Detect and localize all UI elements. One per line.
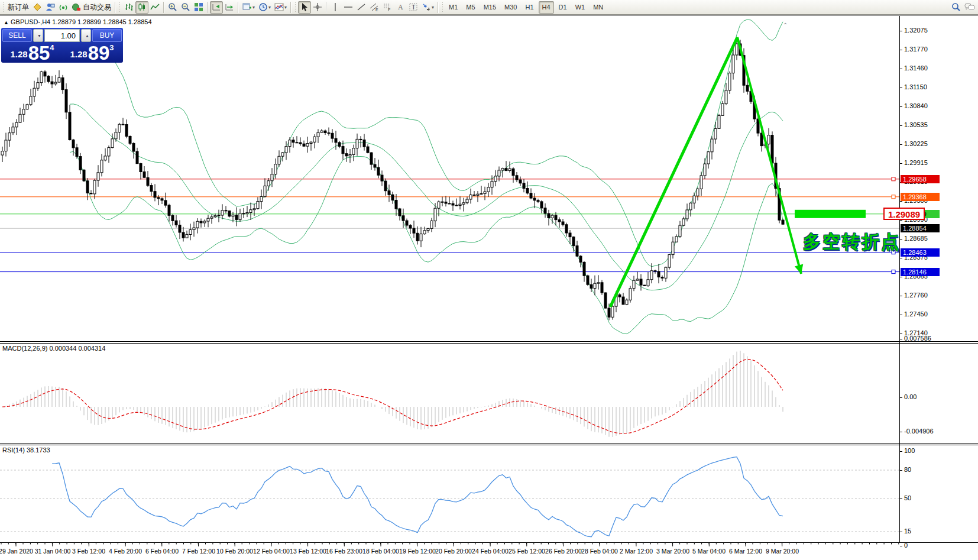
tile-windows-icon[interactable]	[192, 1, 205, 14]
time-axis-label: 3 Mar 20:00	[656, 548, 689, 555]
svg-text:E: E	[375, 8, 378, 12]
time-axis-label: 3 Feb 12:00	[72, 548, 105, 555]
text-icon[interactable]: A	[394, 1, 407, 14]
channel-icon[interactable]: E	[368, 1, 381, 14]
timeframe-H1[interactable]: H1	[522, 1, 537, 14]
macd-axis-label: 0.007586	[904, 335, 931, 342]
price-line-badge: 1.28146	[901, 268, 940, 276]
chevron-down-icon: ▾	[432, 5, 434, 10]
buy-price[interactable]: 1.28 89 3	[62, 43, 122, 61]
pane-splitter[interactable]	[0, 443, 978, 445]
cursor-icon[interactable]	[298, 1, 311, 14]
toolbar-separator	[238, 2, 239, 13]
rsi-axis-label: 15	[904, 527, 911, 535]
symbol-info: ▲ GBPUSD-,H4 1.28879 1.28899 1.28845 1.2…	[4, 18, 152, 25]
price-axis-label: 1.27760	[904, 292, 928, 299]
timeframe-group: M1M5M15M30H1H4D1W1MN	[445, 1, 607, 14]
auto-scroll-icon[interactable]	[210, 1, 223, 14]
sell-price[interactable]: 1.28 85 4	[2, 43, 62, 61]
fibonacci-icon[interactable]: F	[381, 1, 394, 14]
price-line-badge: 1.29368	[901, 193, 940, 201]
price-callout-label[interactable]: 1.29089	[883, 208, 925, 220]
buy-price-prefix: 1.28	[70, 49, 87, 59]
indicators-button[interactable]: ▾	[273, 1, 289, 14]
rsi-axis-label: 80	[904, 466, 911, 473]
price-line-badge: 1.28463	[901, 248, 940, 257]
time-axis-ticks	[0, 543, 899, 548]
sell-button[interactable]: SELL	[2, 29, 32, 42]
plot-region[interactable]	[0, 16, 899, 560]
price-axis-label: 1.31770	[904, 46, 928, 53]
timeframe-H4[interactable]: H4	[539, 1, 554, 14]
new-chart-icon	[242, 2, 252, 12]
vertical-line-icon[interactable]	[329, 1, 342, 14]
macd-pane[interactable]	[0, 344, 899, 443]
metaquotes-icon[interactable]	[31, 1, 44, 14]
price-axis-label: 1.27450	[904, 310, 928, 318]
buy-button[interactable]: BUY	[92, 29, 122, 42]
new-order-button[interactable]: 新订单	[6, 1, 31, 14]
macd-axis-label: -0.004906	[904, 428, 934, 435]
time-axis-label: 2 Mar 12:00	[620, 548, 653, 555]
main-price-chart[interactable]	[0, 16, 899, 341]
crosshair-icon[interactable]	[311, 1, 324, 14]
rsi-axis-label: 50	[904, 494, 911, 501]
zoom-out-icon[interactable]	[179, 1, 192, 14]
toolbar-separator	[207, 2, 208, 13]
time-axis-label: 7 Feb 12:00	[182, 548, 215, 555]
time-axis-label: 19 Feb 12:00	[399, 548, 436, 555]
trendline-icon[interactable]	[355, 1, 368, 14]
symbol-name: GBPUSD-,H4	[11, 18, 50, 25]
pane-splitter[interactable]	[0, 341, 978, 344]
profiles-clock-button[interactable]: ▾	[257, 1, 273, 14]
chart-area: ▲ GBPUSD-,H4 1.28879 1.28899 1.28845 1.2…	[0, 15, 978, 560]
time-axis-label: 31 Jan 04:00	[35, 548, 71, 555]
time-axis-label: 16 Feb 23:00	[326, 548, 362, 555]
rsi-pane[interactable]	[0, 445, 899, 542]
time-axis-label: 5 Mar 04:00	[692, 548, 726, 555]
timeframe-M30[interactable]: M30	[501, 1, 520, 14]
candlestick-chart-icon[interactable]	[135, 1, 148, 14]
symbol-quotes: 1.28879 1.28899 1.28845 1.28854	[52, 18, 151, 25]
price-axis-label: 1.32075	[904, 27, 928, 34]
volume-down-button[interactable]: ▼	[33, 29, 43, 42]
autotrade-icon	[72, 2, 81, 12]
toolbar-grip	[442, 2, 444, 12]
volume-up-button[interactable]: ▲	[81, 29, 91, 42]
chevron-down-icon: ▾	[284, 5, 287, 10]
search-icon[interactable]	[950, 1, 963, 14]
price-axis-label: 1.31460	[904, 64, 928, 72]
price-axis-label: 1.30840	[904, 102, 928, 109]
time-axis-label: 10 Feb 20:00	[216, 548, 253, 555]
arrows-button[interactable]: ▾	[420, 1, 436, 14]
turning-point-annotation[interactable]: 多空转折点	[803, 230, 901, 254]
price-axis[interactable]: 1.320751.317701.314601.311501.308401.305…	[899, 16, 978, 542]
price-axis-label: 1.31150	[904, 83, 927, 90]
price-line-badge: 1.29658	[901, 175, 940, 183]
new-chart-button[interactable]: ▾	[241, 1, 257, 14]
chevron-down-icon: ▾	[252, 5, 255, 10]
chat-icon[interactable]	[963, 1, 977, 14]
timeframe-M15[interactable]: M15	[480, 1, 500, 14]
line-chart-icon[interactable]	[148, 1, 161, 14]
time-axis[interactable]: 29 Jan 202031 Jan 04:003 Feb 12:004 Feb …	[0, 542, 978, 560]
one-click-trading-panel: SELL ▼ ▲ BUY 1.28 85 4 1.28 89 3	[1, 28, 123, 63]
bar-chart-icon[interactable]	[122, 1, 135, 14]
autotrade-button[interactable]: 自动交易	[70, 1, 113, 14]
timeframe-MN[interactable]: MN	[590, 1, 607, 14]
horizontal-line-icon[interactable]	[342, 1, 355, 14]
timeframe-M1[interactable]: M1	[445, 1, 461, 14]
timeframe-M5[interactable]: M5	[462, 1, 478, 14]
timeframe-D1[interactable]: D1	[555, 1, 571, 14]
chart-shift-icon[interactable]	[223, 1, 236, 14]
zoom-in-icon[interactable]	[166, 1, 179, 14]
timeframe-W1[interactable]: W1	[572, 1, 589, 14]
market-watch-icon[interactable]	[44, 1, 57, 14]
text-label-icon[interactable]: T	[407, 1, 420, 14]
toolbar-separator	[290, 2, 292, 13]
volume-input[interactable]	[44, 29, 80, 42]
time-axis-label: 4 Feb 20:00	[109, 548, 142, 555]
signal-icon[interactable]	[57, 1, 70, 14]
time-axis-label: 6 Feb 04:00	[145, 548, 179, 555]
time-axis-label: 29 Jan 2020	[0, 548, 33, 555]
